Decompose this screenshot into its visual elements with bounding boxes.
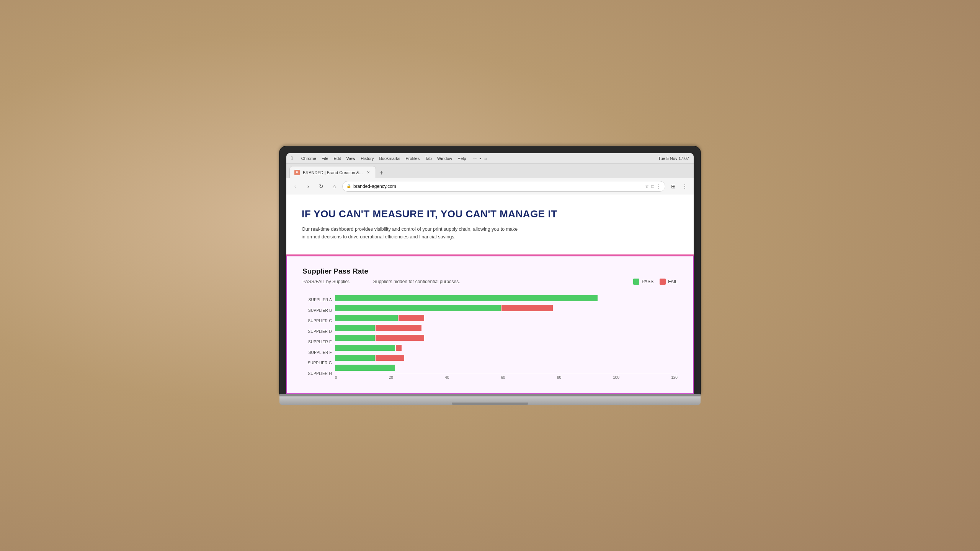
legend-pass: PASS bbox=[633, 279, 653, 285]
x-axis-label: 120 bbox=[671, 375, 678, 380]
dashboard-section: Supplier Pass Rate PASS/FAIL by Supplier… bbox=[286, 256, 694, 394]
menu-bookmarks[interactable]: Bookmarks bbox=[379, 156, 400, 161]
navigation-bar: ‹ › ↻ ⌂ 🔒 branded-agency.com ☆ □ ⋮ ⊞ ⋮ bbox=[286, 178, 694, 194]
fail-bar bbox=[501, 305, 553, 311]
chart-x-axis: 020406080100120 bbox=[335, 373, 678, 380]
x-axis-label: 100 bbox=[613, 375, 619, 380]
x-axis-label: 80 bbox=[557, 375, 561, 380]
extensions-button[interactable]: ⊞ bbox=[668, 181, 678, 191]
new-tab-button[interactable]: + bbox=[376, 168, 387, 178]
hero-heading: IF YOU CAN'T MEASURE IT, YOU CAN'T MANAG… bbox=[302, 208, 678, 220]
y-label: SUPPLIER F bbox=[302, 348, 335, 357]
hero-section: IF YOU CAN'T MEASURE IT, YOU CAN'T MANAG… bbox=[286, 194, 694, 256]
chart-subtitle: PASS/FAIL by Supplier. bbox=[302, 279, 350, 284]
chart-plot-area: 020406080100120 bbox=[335, 294, 678, 380]
screen-bezel:  Chrome File Edit View History Bookmark… bbox=[279, 146, 701, 394]
chart-container: SUPPLIER ASUPPLIER BSUPPLIER CSUPPLIER D… bbox=[302, 294, 678, 380]
chart-legend: PASS FAIL bbox=[633, 279, 678, 285]
fail-label: FAIL bbox=[668, 279, 678, 284]
y-label: SUPPLIER H bbox=[302, 369, 335, 378]
bar-row bbox=[335, 334, 678, 342]
x-axis-label: 0 bbox=[335, 375, 337, 380]
macos-menubar:  Chrome File Edit View History Bookmark… bbox=[286, 153, 694, 164]
extension-icon[interactable]: □ bbox=[652, 184, 654, 189]
pass-bar bbox=[335, 305, 501, 311]
pass-bar bbox=[335, 325, 375, 331]
tab-favicon: B bbox=[294, 170, 300, 175]
y-label: SUPPLIER B bbox=[302, 306, 335, 315]
search-icon[interactable]: ⌕ bbox=[484, 156, 487, 161]
fail-bar bbox=[399, 315, 424, 321]
url-display: branded-agency.com bbox=[353, 184, 643, 189]
pass-bar bbox=[335, 335, 375, 341]
menu-history[interactable]: History bbox=[361, 156, 374, 161]
menu-edit[interactable]: Edit bbox=[334, 156, 341, 161]
bar-row bbox=[335, 354, 678, 362]
hero-subtext: Our real-time dashboard provides visibil… bbox=[302, 225, 531, 241]
bar-row bbox=[335, 364, 678, 372]
menu-view[interactable]: View bbox=[346, 156, 356, 161]
home-button[interactable]: ⌂ bbox=[329, 181, 339, 191]
tab-close-button[interactable]: ✕ bbox=[366, 170, 371, 175]
pass-bar bbox=[335, 315, 398, 321]
menu-profiles[interactable]: Profiles bbox=[406, 156, 420, 161]
forward-button[interactable]: › bbox=[303, 181, 313, 191]
x-axis-label: 20 bbox=[389, 375, 393, 380]
x-axis-label: 40 bbox=[445, 375, 449, 380]
bar-row bbox=[335, 314, 678, 322]
reload-button[interactable]: ↻ bbox=[316, 181, 326, 191]
fail-bar bbox=[376, 335, 424, 341]
fail-color-box bbox=[660, 279, 666, 285]
y-label: SUPPLIER D bbox=[302, 327, 335, 336]
menu-tab[interactable]: Tab bbox=[425, 156, 432, 161]
system-time: Tue 5 Nov 17:07 bbox=[658, 156, 689, 161]
more-icon[interactable]: ⋮ bbox=[657, 184, 661, 189]
pass-color-box bbox=[633, 279, 639, 285]
macos-menu: Chrome File Edit View History Bookmarks … bbox=[301, 156, 466, 161]
menu-file[interactable]: File bbox=[322, 156, 328, 161]
y-label: SUPPLIER A bbox=[302, 296, 335, 304]
bar-row bbox=[335, 344, 678, 352]
laptop:  Chrome File Edit View History Bookmark… bbox=[279, 146, 701, 405]
apple-icon:  bbox=[291, 155, 293, 161]
x-axis-label: 60 bbox=[501, 375, 505, 380]
browser-window:  Chrome File Edit View History Bookmark… bbox=[286, 153, 694, 394]
legend-fail: FAIL bbox=[660, 279, 678, 285]
bookmark-icon[interactable]: ☆ bbox=[645, 184, 649, 189]
fail-bar bbox=[376, 325, 421, 331]
website-content: IF YOU CAN'T MEASURE IT, YOU CAN'T MANAG… bbox=[286, 194, 694, 394]
y-label: SUPPLIER E bbox=[302, 338, 335, 346]
wifi-icon: ⊹ bbox=[473, 156, 477, 161]
fail-bar bbox=[376, 355, 404, 361]
chart-y-labels: SUPPLIER ASUPPLIER BSUPPLIER CSUPPLIER D… bbox=[302, 294, 335, 380]
pass-bar bbox=[335, 355, 375, 361]
chart-title: Supplier Pass Rate bbox=[302, 267, 678, 276]
y-label: SUPPLIER C bbox=[302, 317, 335, 325]
pass-bar bbox=[335, 345, 395, 351]
bar-row bbox=[335, 294, 678, 302]
confidential-note: Suppliers hidden for confidential purpos… bbox=[373, 279, 460, 284]
battery-icon: ▪ bbox=[480, 156, 481, 161]
bar-row bbox=[335, 324, 678, 332]
back-button[interactable]: ‹ bbox=[290, 181, 300, 191]
tab-bar: B BRANDED | Brand Creation &... ✕ + bbox=[286, 164, 694, 178]
nav-right-icons: ⊞ ⋮ bbox=[668, 181, 690, 191]
chart-subtitle-row: PASS/FAIL by Supplier. Suppliers hidden … bbox=[302, 279, 678, 285]
active-tab[interactable]: B BRANDED | Brand Creation &... ✕ bbox=[289, 166, 376, 178]
menu-chrome[interactable]: Chrome bbox=[301, 156, 316, 161]
lock-icon: 🔒 bbox=[346, 184, 351, 188]
laptop-base bbox=[279, 396, 701, 405]
fail-bar bbox=[396, 345, 402, 351]
menu-help[interactable]: Help bbox=[457, 156, 466, 161]
address-action-icons: ☆ □ ⋮ bbox=[645, 184, 661, 189]
menu-window[interactable]: Window bbox=[437, 156, 452, 161]
y-label: SUPPLIER G bbox=[302, 359, 335, 367]
pass-label: PASS bbox=[642, 279, 653, 284]
pass-bar bbox=[335, 295, 598, 301]
tab-title: BRANDED | Brand Creation &... bbox=[303, 170, 363, 175]
chart-bars bbox=[335, 294, 678, 372]
pass-bar bbox=[335, 365, 395, 371]
bar-row bbox=[335, 304, 678, 312]
menu-button[interactable]: ⋮ bbox=[680, 181, 690, 191]
address-bar[interactable]: 🔒 branded-agency.com ☆ □ ⋮ bbox=[342, 181, 665, 192]
